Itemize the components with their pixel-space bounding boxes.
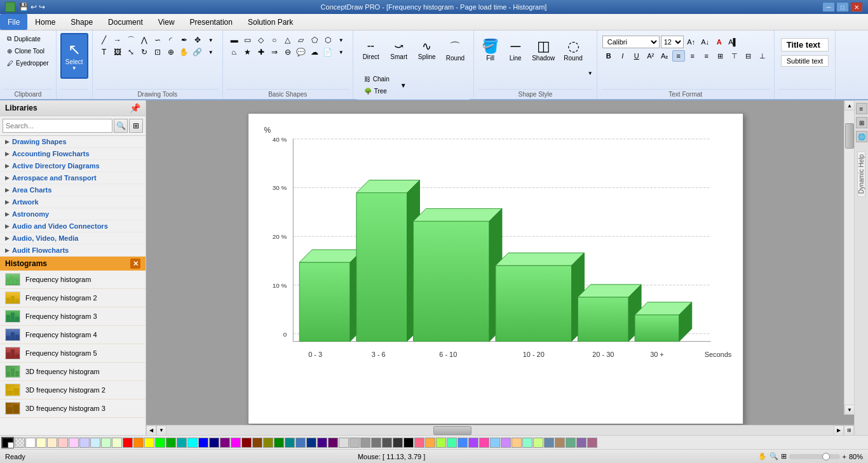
more-tools2[interactable]: ▼ [205, 46, 217, 58]
title-text-box[interactable]: Title text [781, 38, 829, 51]
color-lime[interactable] [155, 438, 165, 448]
color-ext-11[interactable] [522, 438, 532, 448]
v-scroll-thumb[interactable] [845, 123, 854, 149]
lib-item-drawing-shapes[interactable]: ▶Drawing Shapes [0, 136, 146, 148]
rounded-rect-shape[interactable]: ▭ [241, 34, 254, 46]
round-connector-button[interactable]: ⌒ Round [442, 34, 468, 70]
move-tool[interactable]: ✥ [191, 34, 204, 46]
color-ext-5[interactable] [458, 438, 468, 448]
more-shapes2[interactable]: ▼ [335, 46, 348, 58]
subscript-button[interactable]: A₂ [658, 50, 671, 62]
color-steelblue[interactable] [295, 438, 306, 448]
color-ext-10[interactable] [512, 438, 522, 448]
color-ext-17[interactable] [587, 438, 597, 448]
color-lightorange[interactable] [47, 438, 57, 448]
color-ext-3[interactable] [436, 438, 446, 448]
diamond-shape[interactable]: ◇ [255, 34, 268, 46]
fit-page-status[interactable]: ⊞ [781, 452, 787, 460]
line-tool[interactable]: ╱ [98, 34, 111, 46]
hist-item-3d-3[interactable]: 3D frequency histogram 3 [0, 399, 146, 418]
tree-button[interactable]: 🌳 Tree [361, 86, 393, 97]
color-indigo[interactable] [317, 438, 327, 448]
color-white[interactable] [25, 438, 36, 448]
ellipse-shape[interactable]: ○ [268, 34, 281, 46]
hist-item-3d-1[interactable]: 3D frequency histogram [0, 363, 146, 381]
color-lightpink[interactable] [58, 438, 68, 448]
text-tool[interactable]: T [98, 46, 111, 58]
minimize-button[interactable]: ─ [822, 2, 835, 12]
diagram-canvas[interactable]: % 40 % 30 % 20 % 10 % 0 [248, 113, 743, 424]
cross-shape[interactable]: ✚ [255, 46, 268, 58]
library-search-input[interactable] [3, 119, 112, 133]
font-color-button[interactable]: A [713, 36, 726, 48]
page-left[interactable]: ▼ [156, 426, 166, 436]
color-ext-6[interactable] [468, 438, 478, 448]
lib-item-aerospace[interactable]: ▶Aerospace and Transport [0, 172, 146, 184]
zoom-slider[interactable] [789, 454, 840, 459]
color-magenta[interactable] [231, 438, 241, 448]
font-shrink-button[interactable]: A↓ [699, 36, 712, 48]
font-grow-button[interactable]: A↑ [685, 36, 698, 48]
color-lightgreen[interactable] [101, 438, 111, 448]
menu-home[interactable]: Home [27, 14, 63, 30]
pen-tool[interactable]: ✒ [178, 34, 191, 46]
select-button[interactable]: ↖ Select ▼ [60, 33, 88, 79]
subtitle-text-box[interactable]: Subtitle text [781, 55, 829, 67]
hexagon-shape[interactable]: ⬡ [322, 34, 334, 46]
zoom-thumb[interactable] [822, 453, 830, 460]
triangle-shape[interactable]: △ [281, 34, 294, 46]
smart-button[interactable]: ⤻ Smart [386, 34, 412, 70]
color-ext-1[interactable] [414, 438, 424, 448]
align-top-button[interactable]: ⊤ [728, 50, 741, 62]
lib-item-area-charts[interactable]: ▶Area Charts [0, 184, 146, 196]
color-darkgreen[interactable] [274, 438, 284, 448]
color-ext-7[interactable] [479, 438, 489, 448]
spline-button[interactable]: ∿ Spline [414, 34, 440, 70]
callout-shape[interactable]: 💬 [295, 46, 308, 58]
h-scroll-thumb[interactable] [433, 426, 471, 435]
resize-tool[interactable]: ⤡ [125, 46, 137, 58]
hand-tool[interactable]: ✋ [178, 46, 191, 58]
color-lightyellow[interactable] [36, 438, 46, 448]
eyedropper-button[interactable]: 🖊 Eyedropper [4, 58, 52, 69]
align-right-button[interactable]: ≡ [700, 50, 713, 62]
more-tools[interactable]: ▼ [205, 34, 217, 46]
hist-item-3d-2[interactable]: 3D frequency histogram 2 [0, 381, 146, 399]
color-darkpurple[interactable] [328, 438, 338, 448]
color-ext-16[interactable] [576, 438, 587, 448]
clone-tool-button[interactable]: ⊕ Clone Tool [4, 46, 52, 57]
color-black[interactable] [403, 438, 414, 448]
pentagon-shape[interactable]: ⬠ [308, 34, 321, 46]
bezier-tool[interactable]: ∽ [151, 34, 164, 46]
color-ext-2[interactable] [425, 438, 435, 448]
italic-button[interactable]: I [616, 50, 629, 62]
color-ext-8[interactable] [490, 438, 500, 448]
align-middle-button[interactable]: ⊟ [742, 50, 755, 62]
color-darkred[interactable] [241, 438, 252, 448]
polyline-tool[interactable]: ⋀ [138, 34, 151, 46]
arrow-shape[interactable]: ⇒ [268, 46, 281, 58]
h-scroll-left[interactable]: ◀ [146, 426, 156, 436]
connector-more[interactable]: ▼ [398, 81, 409, 90]
histograms-close-button[interactable]: ✕ [130, 258, 140, 269]
menu-shape[interactable]: Shape [63, 14, 100, 30]
color-gray5[interactable] [382, 438, 392, 448]
hist-item-4[interactable]: Frequency histogram 4 [0, 326, 146, 344]
zoom-plus[interactable]: + [843, 453, 846, 460]
color-navy[interactable] [209, 438, 219, 448]
crop-tool[interactable]: ⊡ [151, 46, 164, 58]
direct-button[interactable]: ╌ Direct [358, 34, 384, 70]
more-shapes[interactable]: ▼ [335, 34, 348, 46]
libraries-pin[interactable]: 📌 [130, 103, 140, 113]
close-button[interactable]: ✕ [850, 2, 863, 12]
hand-tool-status[interactable]: ✋ [758, 452, 767, 460]
menu-solution-park[interactable]: Solution Park [240, 14, 301, 30]
underline-button[interactable]: U [630, 50, 643, 62]
color-orange[interactable] [133, 438, 144, 448]
color-ext-14[interactable] [555, 438, 565, 448]
rp-icon-1[interactable]: ≡ [856, 103, 867, 114]
color-gray2[interactable] [349, 438, 360, 448]
align-center-button[interactable]: ≡ [686, 50, 699, 62]
color-ext-13[interactable] [544, 438, 554, 448]
color-ext-9[interactable] [501, 438, 511, 448]
